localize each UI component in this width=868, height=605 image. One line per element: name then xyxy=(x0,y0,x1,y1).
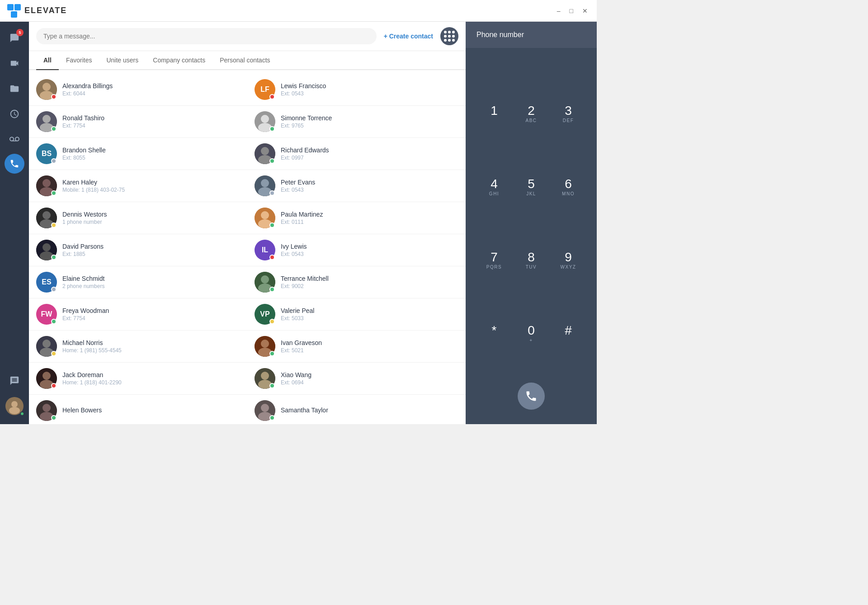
status-dot xyxy=(51,126,57,132)
contact-ext: 2 phone numbers xyxy=(62,283,240,289)
create-contact-button[interactable]: + Create contact xyxy=(384,33,433,40)
contact-info: Ivan Graveson Ext: 5021 xyxy=(281,339,458,354)
contact-item-jack-doreman[interactable]: Jack Doreman Home: 1 (818) 401-2290 xyxy=(29,363,247,395)
contact-tabs: All Favorites Unite users Company contac… xyxy=(29,51,466,70)
contact-name: Helen Bowers xyxy=(62,406,240,414)
dialpad-panel: Phone number 1 2ABC 3DEF 4GHI 5JKL 6MNO … xyxy=(466,22,597,424)
contact-item-alexandra-billings[interactable]: Alexandra Billings Ext: 6044 xyxy=(29,74,247,106)
contact-item-simonne-torrence[interactable]: Simonne Torrence Ext: 9765 xyxy=(247,106,466,138)
status-dot xyxy=(269,383,275,388)
svg-rect-0 xyxy=(7,4,14,10)
status-dot xyxy=(51,351,57,356)
contact-ext: Ext: 0543 xyxy=(281,187,458,193)
svg-rect-1 xyxy=(14,4,21,10)
close-button[interactable]: ✕ xyxy=(580,5,590,16)
contact-info: Xiao Wang Ext: 0694 xyxy=(281,371,458,386)
contact-info: Jack Doreman Home: 1 (818) 401-2290 xyxy=(62,371,240,386)
dial-key-hash[interactable]: # xyxy=(551,298,586,370)
contact-item-paula-martinez[interactable]: Paula Martinez Ext: 0111 xyxy=(247,202,466,234)
sidebar-item-video[interactable] xyxy=(4,52,25,74)
avatar-wrap xyxy=(36,400,57,421)
dial-key-4[interactable]: 4GHI xyxy=(476,152,512,223)
contact-item-brandon-shelle[interactable]: BS Brandon Shelle Ext: 8055 xyxy=(29,138,247,170)
contact-item-peter-evans[interactable]: Peter Evans Ext: 0543 xyxy=(247,170,466,202)
contact-item-helen-bowers[interactable]: Helen Bowers xyxy=(29,395,247,424)
dial-key-8[interactable]: 8TUV xyxy=(514,225,549,297)
status-dot xyxy=(269,158,275,164)
contact-item-richard-edwards[interactable]: Richard Edwards Ext: 0997 xyxy=(247,138,466,170)
contact-info: Lewis Francisco Ext: 0543 xyxy=(281,82,458,97)
contact-item-ivy-lewis[interactable]: IL Ivy Lewis Ext: 0543 xyxy=(247,234,466,266)
dial-key-star[interactable]: * xyxy=(476,298,512,370)
dial-key-6[interactable]: 6MNO xyxy=(551,152,586,223)
contact-info: Paula Martinez Ext: 0111 xyxy=(281,211,458,225)
tab-personal-contacts[interactable]: Personal contacts xyxy=(212,51,277,70)
contact-info: Simonne Torrence Ext: 9765 xyxy=(281,114,458,129)
status-dot xyxy=(51,287,57,292)
avatar-wrap xyxy=(36,336,57,357)
sidebar-item-files[interactable] xyxy=(4,78,25,99)
dialpad-call-row xyxy=(466,373,597,424)
status-dot xyxy=(269,319,275,324)
contact-info: Richard Edwards Ext: 0997 xyxy=(281,147,458,161)
window-controls[interactable]: – □ ✕ xyxy=(555,5,590,16)
call-button[interactable] xyxy=(518,383,545,410)
svg-point-10 xyxy=(42,115,51,123)
status-dot xyxy=(269,222,275,228)
contact-item-samantha-taylor[interactable]: Samantha Taylor xyxy=(247,395,466,424)
dial-key-7[interactable]: 7PQRS xyxy=(476,225,512,297)
call-button-icon xyxy=(525,390,538,402)
search-input[interactable] xyxy=(36,28,377,44)
contacts-panel: + Create contact All Favorites Unite use… xyxy=(29,22,466,424)
sidebar-item-voicemail[interactable] xyxy=(4,128,25,150)
contact-ext: Ext: 9002 xyxy=(281,283,458,289)
avatar-wrap xyxy=(255,208,275,228)
contact-ext: Ext: 0543 xyxy=(281,90,458,97)
contact-item-elaine-schmidt[interactable]: ES Elaine Schmidt 2 phone numbers xyxy=(29,266,247,298)
sidebar-item-recent[interactable] xyxy=(4,103,25,125)
svg-point-4 xyxy=(11,401,18,407)
contact-item-karen-haley[interactable]: Karen Haley Mobile: 1 (818) 403-02-75 xyxy=(29,170,247,202)
contact-info: Peter Evans Ext: 0543 xyxy=(281,179,458,193)
svg-point-5 xyxy=(9,407,20,414)
contact-item-valerie-peal[interactable]: VP Valerie Peal Ext: 5033 xyxy=(247,298,466,331)
dial-key-5[interactable]: 5JKL xyxy=(514,152,549,223)
minimize-button[interactable]: – xyxy=(555,5,562,16)
contact-info: Helen Bowers xyxy=(62,406,240,415)
tab-unite-users[interactable]: Unite users xyxy=(99,51,146,70)
dial-key-1[interactable]: 1 xyxy=(476,79,512,150)
sidebar-item-chat[interactable]: 5 xyxy=(4,27,25,49)
svg-point-40 xyxy=(261,340,269,348)
contact-item-ivan-graveson[interactable]: Ivan Graveson Ext: 5021 xyxy=(247,331,466,363)
contact-item-michael-norris[interactable]: Michael Norris Home: 1 (981) 555-4545 xyxy=(29,331,247,363)
contact-info: Freya Woodman Ext: 7754 xyxy=(62,307,240,321)
contact-item-xiao-wang[interactable]: Xiao Wang Ext: 0694 xyxy=(247,363,466,395)
dial-key-9[interactable]: 9WXYZ xyxy=(551,225,586,297)
contact-item-terrance-mitchell[interactable]: Terrance Mitchell Ext: 9002 xyxy=(247,266,466,298)
contact-item-lewis-francisco[interactable]: LF Lewis Francisco Ext: 0543 xyxy=(247,74,466,106)
dial-key-2[interactable]: 2ABC xyxy=(514,79,549,150)
avatar-wrap xyxy=(36,175,57,196)
contact-name: Valerie Peal xyxy=(281,307,458,314)
svg-point-49 xyxy=(42,404,51,412)
sidebar-item-messages[interactable] xyxy=(4,370,25,392)
contact-item-david-parsons[interactable]: David Parsons Ext: 1885 xyxy=(29,234,247,266)
dial-key-0[interactable]: 0+ xyxy=(514,298,549,370)
grid-view-button[interactable] xyxy=(440,27,458,45)
tab-company-contacts[interactable]: Company contacts xyxy=(146,51,212,70)
contact-ext: Ext: 5021 xyxy=(281,347,458,354)
contact-item-dennis-westors[interactable]: Dennis Westors 1 phone number xyxy=(29,202,247,234)
tab-favorites[interactable]: Favorites xyxy=(59,51,99,70)
tab-all[interactable]: All xyxy=(36,51,59,70)
contact-name: Brandon Shelle xyxy=(62,147,240,154)
sidebar-item-profile[interactable] xyxy=(4,395,25,417)
sidebar-item-calls[interactable] xyxy=(5,154,24,174)
app-logo: ELEVATE xyxy=(7,4,67,18)
svg-point-13 xyxy=(261,115,269,123)
contact-ext: Home: 1 (981) 555-4545 xyxy=(62,347,240,354)
maximize-button[interactable]: □ xyxy=(568,5,575,16)
video-icon xyxy=(9,58,19,68)
dial-key-3[interactable]: 3DEF xyxy=(551,79,586,150)
contact-item-ronald-tashiro[interactable]: Ronald Tashiro Ext: 7754 xyxy=(29,106,247,138)
contact-item-freya-woodman[interactable]: FW Freya Woodman Ext: 7754 xyxy=(29,298,247,331)
